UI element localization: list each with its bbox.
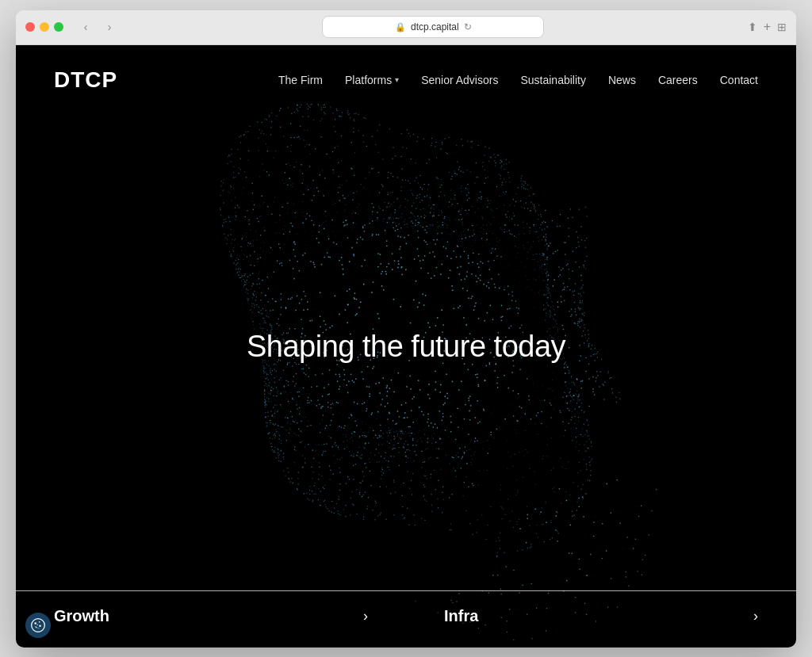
nav-careers-label: Careers (658, 74, 698, 86)
nav-the-firm[interactable]: The Firm (278, 74, 323, 86)
nav-platforms-label: Platforms (345, 74, 392, 86)
new-tab-icon[interactable]: + (764, 20, 771, 34)
bottom-cards: Growth › Infra › (16, 590, 796, 647)
site-logo[interactable]: DTCP (54, 67, 117, 93)
chevron-down-icon: ▾ (395, 75, 399, 84)
nav-contact[interactable]: Contact (720, 74, 758, 86)
nav-sustainability-label: Sustainability (520, 74, 586, 86)
svg-point-3 (39, 625, 41, 627)
svg-point-2 (39, 621, 40, 623)
website-content: DTCP The Firm Platforms ▾ Senior Advisor… (16, 45, 796, 647)
minimize-button[interactable] (40, 22, 49, 32)
site-menu: The Firm Platforms ▾ Senior Advisors Sus… (278, 74, 758, 86)
browser-window: ‹ › 🔒 dtcp.capital ↻ ⬆ + ⊞ DTCP The Firm (16, 10, 796, 647)
nav-news-label: News (608, 74, 636, 86)
infra-label: Infra (444, 607, 478, 625)
svg-point-1 (34, 622, 36, 625)
address-bar[interactable]: 🔒 dtcp.capital ↻ (322, 16, 544, 38)
cookie-button[interactable] (25, 613, 51, 638)
hero-tagline: Shaping the future today (247, 329, 565, 363)
nav-platforms[interactable]: Platforms ▾ (345, 74, 399, 86)
nav-the-firm-label: The Firm (278, 74, 323, 86)
close-button[interactable] (25, 22, 35, 32)
secure-icon: 🔒 (395, 22, 406, 32)
back-button[interactable]: ‹ (76, 17, 95, 36)
nav-careers[interactable]: Careers (658, 74, 698, 86)
address-bar-container: 🔒 dtcp.capital ↻ (125, 16, 741, 38)
hero-section: Shaping the future today (16, 45, 796, 647)
browser-nav: ‹ › (76, 17, 119, 36)
svg-point-0 (32, 618, 45, 632)
infra-arrow: › (753, 608, 758, 625)
svg-point-5 (37, 624, 38, 625)
url-text: dtcp.capital (411, 21, 459, 32)
nav-contact-label: Contact (720, 74, 758, 86)
reload-icon[interactable]: ↻ (464, 21, 472, 32)
growth-arrow: › (363, 608, 368, 625)
nav-senior-advisors[interactable]: Senior Advisors (421, 74, 498, 86)
share-icon[interactable]: ⬆ (748, 21, 757, 33)
nav-senior-advisors-label: Senior Advisors (421, 74, 498, 86)
browser-actions: ⬆ + ⊞ (748, 20, 787, 34)
browser-titlebar: ‹ › 🔒 dtcp.capital ↻ ⬆ + ⊞ (16, 10, 796, 45)
growth-card[interactable]: Growth › (16, 590, 406, 647)
traffic-lights (25, 22, 63, 32)
infra-card[interactable]: Infra › (406, 590, 796, 647)
site-navigation: DTCP The Firm Platforms ▾ Senior Advisor… (16, 45, 796, 115)
grid-icon[interactable]: ⊞ (777, 21, 787, 33)
nav-news[interactable]: News (608, 74, 636, 86)
forward-button[interactable]: › (100, 17, 119, 36)
maximize-button[interactable] (54, 22, 63, 32)
nav-sustainability[interactable]: Sustainability (520, 74, 586, 86)
growth-label: Growth (54, 607, 109, 625)
